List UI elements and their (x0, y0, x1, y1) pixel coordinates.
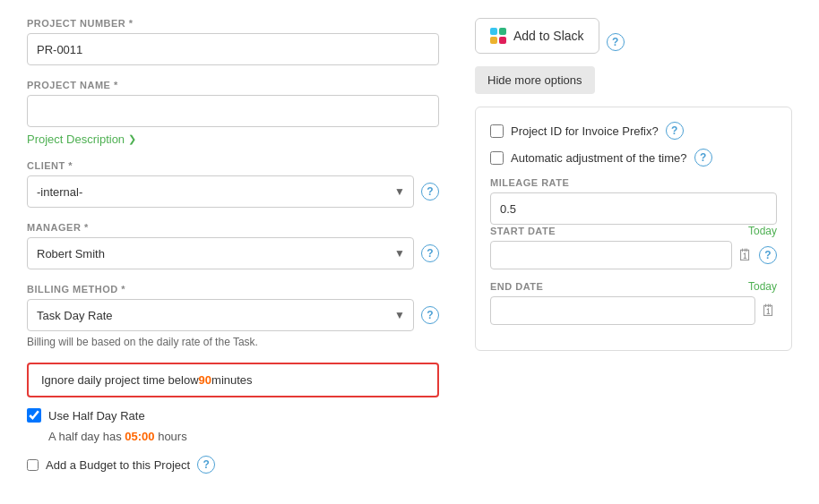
hide-more-options-button[interactable]: Hide more options (475, 66, 595, 94)
start-date-help-icon[interactable]: ? (759, 246, 777, 264)
manager-help-icon[interactable]: ? (421, 244, 439, 262)
start-date-header: START DATE Today (490, 225, 777, 237)
auto-adjust-checkbox[interactable] (490, 151, 504, 165)
billing-method-group: BILLING METHOD * Task Day Rate ▼ ? Billi… (27, 284, 439, 348)
manager-select-row: Robert Smith ▼ ? (27, 237, 439, 269)
end-date-input[interactable] (490, 296, 755, 325)
slack-help-icon[interactable]: ? (607, 33, 625, 51)
half-day-checkbox[interactable] (27, 408, 41, 423)
project-number-label: PROJECT NUMBER * (27, 18, 439, 29)
half-day-label: Use Half Day Rate (48, 409, 145, 423)
project-description-link[interactable]: Project Description ❯ (27, 132, 439, 146)
half-day-row: Use Half Day Rate (27, 408, 439, 423)
project-number-group: PROJECT NUMBER * (27, 18, 439, 65)
end-date-label: END DATE (490, 281, 543, 292)
start-date-input-row: 🗓 ? (490, 241, 777, 269)
project-number-input[interactable] (27, 33, 439, 65)
client-select-container: -internal- ▼ (27, 175, 414, 208)
billing-method-select-row: Task Day Rate ▼ ? (27, 299, 439, 331)
options-panel: Project ID for Invoice Prefix? ? Automat… (475, 107, 792, 351)
chevron-down-icon: ❯ (128, 133, 136, 145)
project-name-input[interactable] (27, 95, 439, 127)
add-to-slack-button[interactable]: Add to Slack (475, 18, 599, 54)
manager-label: MANAGER * (27, 222, 439, 233)
start-date-today: Today (748, 225, 777, 237)
client-group: CLIENT * -internal- ▼ ? (27, 160, 439, 208)
project-id-label: Project ID for Invoice Prefix? (511, 124, 659, 138)
slack-section: Add to Slack ? (475, 18, 792, 66)
half-day-note: A half day has 05:00 hours (48, 430, 439, 443)
end-date-input-row: 🗓 (490, 296, 777, 325)
client-label: CLIENT * (27, 160, 439, 171)
start-date-label: START DATE (490, 226, 556, 236)
end-date-calendar-icon[interactable]: 🗓 (761, 302, 777, 320)
auto-adjust-label: Automatic adjustment of the time? (511, 151, 687, 165)
mileage-rate-label: MILEAGE RATE (490, 177, 777, 188)
client-select-row: -internal- ▼ ? (27, 175, 439, 208)
slack-icon (490, 28, 506, 44)
start-date-calendar-icon[interactable]: 🗓 (737, 246, 754, 265)
billing-method-select-container: Task Day Rate ▼ (27, 299, 414, 331)
project-id-help-icon[interactable]: ? (666, 122, 684, 140)
budget-row: Add a Budget to this Project ? (27, 456, 439, 474)
billing-method-select[interactable]: Task Day Rate (27, 299, 414, 331)
auto-adjust-row: Automatic adjustment of the time? ? (490, 149, 777, 167)
half-day-note-after: hours (158, 430, 187, 443)
slack-icon-cell4 (499, 37, 506, 44)
manager-select[interactable]: Robert Smith (27, 237, 414, 269)
start-date-input[interactable] (490, 241, 732, 269)
budget-checkbox[interactable] (27, 459, 39, 471)
mileage-rate-input[interactable] (490, 192, 777, 225)
slack-icon-cell1 (490, 28, 497, 35)
project-name-group: PROJECT NAME * Project Description ❯ (27, 80, 439, 146)
project-name-label: PROJECT NAME * (27, 80, 439, 90)
ignore-text-before: Ignore daily project time below (41, 373, 199, 387)
billing-method-label: BILLING METHOD * (27, 284, 439, 295)
ignore-minutes: 90 (199, 373, 211, 387)
end-date-today: Today (748, 280, 777, 293)
end-date-header: END DATE Today (490, 280, 777, 293)
slack-icon-cell3 (490, 37, 497, 44)
project-id-checkbox[interactable] (490, 124, 504, 138)
half-day-hours: 05:00 (125, 430, 154, 443)
project-id-row: Project ID for Invoice Prefix? ? (490, 122, 777, 140)
project-description-text: Project Description (27, 132, 125, 146)
right-column: Add to Slack ? Hide more options Project… (475, 18, 792, 474)
ignore-text-after: minutes (211, 373, 253, 387)
slack-icon-cell2 (499, 28, 506, 35)
ignore-time-box: Ignore daily project time below 90 minut… (27, 363, 439, 397)
billing-method-help-icon[interactable]: ? (421, 306, 439, 324)
budget-label: Add a Budget to this Project (46, 458, 190, 472)
manager-group: MANAGER * Robert Smith ▼ ? (27, 222, 439, 269)
budget-help-icon[interactable]: ? (197, 456, 215, 474)
manager-select-container: Robert Smith ▼ (27, 237, 414, 269)
left-column: PROJECT NUMBER * PROJECT NAME * Project … (27, 18, 439, 474)
client-help-icon[interactable]: ? (421, 183, 439, 201)
auto-adjust-help-icon[interactable]: ? (694, 149, 712, 167)
half-day-note-before: A half day has (48, 430, 125, 443)
slack-label: Add to Slack (513, 29, 584, 43)
client-select[interactable]: -internal- (27, 175, 414, 208)
billing-note: Billing will be based on the daily rate … (27, 336, 439, 348)
